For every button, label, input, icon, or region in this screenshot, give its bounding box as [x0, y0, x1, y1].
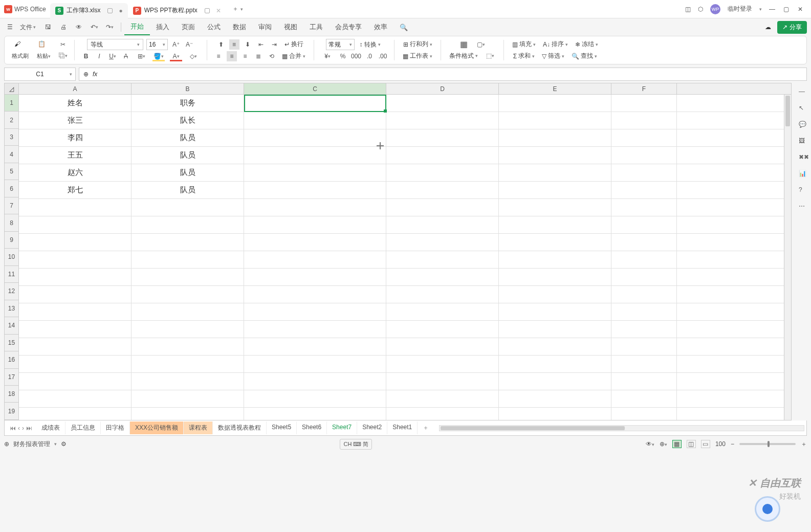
maximize-button[interactable]: ▢: [783, 6, 791, 13]
cut-icon[interactable]: ✂: [58, 39, 68, 50]
cell-C7[interactable]: [244, 199, 386, 216]
cell-D11[interactable]: [386, 269, 499, 285]
tab-review[interactable]: 审阅: [252, 19, 278, 35]
clear-format-icon[interactable]: ◇▾: [186, 51, 201, 61]
target-icon[interactable]: ⊕▾: [660, 440, 667, 448]
add-sheet-button[interactable]: ＋: [419, 422, 433, 434]
horizontal-scrollbar[interactable]: [439, 425, 804, 431]
cell-E5[interactable]: [499, 164, 611, 181]
cell-B14[interactable]: [131, 321, 244, 338]
ime-indicator[interactable]: CH ⌨ 简: [340, 439, 372, 450]
zoom-in-icon[interactable]: ＋: [801, 440, 807, 449]
percent-icon[interactable]: %: [338, 51, 348, 61]
row-header-16[interactable]: 16: [5, 351, 18, 368]
tab-efficiency[interactable]: 效率: [368, 19, 393, 35]
sheet-tab-1[interactable]: 员工信息: [65, 422, 101, 434]
cells-area[interactable]: 姓名职务张三队长李四队员王五队员赵六队员郑七队员: [19, 95, 784, 420]
rail-collapse-icon[interactable]: —: [799, 88, 808, 97]
row-header-17[interactable]: 17: [5, 369, 18, 386]
cell-A19[interactable]: [19, 408, 131, 420]
status-menu-icon[interactable]: ⊕: [4, 440, 9, 448]
cell-B1[interactable]: 职务: [131, 95, 244, 112]
cell-E4[interactable]: [499, 147, 611, 164]
cell-D18[interactable]: [386, 390, 499, 407]
sheet-nav-next[interactable]: ›: [22, 425, 24, 432]
rail-tools-icon[interactable]: ✖✖: [799, 153, 808, 163]
row-header-7[interactable]: 7: [5, 197, 18, 214]
cell-E7[interactable]: [499, 199, 611, 216]
cell-C13[interactable]: [244, 303, 386, 320]
decrease-font-icon[interactable]: A⁻: [184, 39, 194, 50]
doc-tab-1[interactable]: S 工作簿3.xlsx ●: [50, 3, 128, 18]
cube-icon[interactable]: ⬡: [698, 6, 703, 13]
zoom-value[interactable]: 100: [715, 440, 726, 448]
rail-chart-icon[interactable]: 📊: [799, 170, 808, 179]
italic-icon[interactable]: I: [94, 51, 104, 61]
name-box[interactable]: C1▾: [4, 68, 76, 81]
file-menu[interactable]: 文件▾: [17, 21, 39, 34]
cell-B13[interactable]: [131, 303, 244, 320]
filter-button[interactable]: ▽筛选▾: [540, 51, 566, 61]
cell-E11[interactable]: [499, 269, 611, 285]
align-left-icon[interactable]: ≡: [213, 51, 224, 61]
table-style-icon[interactable]: ▦: [456, 39, 471, 50]
cell-C5[interactable]: [244, 164, 386, 181]
align-center-icon[interactable]: ≡: [227, 51, 237, 61]
cell-D2[interactable]: [386, 112, 499, 129]
tab-close-2[interactable]: ✕: [216, 7, 221, 14]
convert-button[interactable]: ↕转换▾: [358, 39, 383, 50]
cell-B4[interactable]: 队员: [131, 147, 244, 164]
close-window-button[interactable]: ✕: [798, 6, 805, 13]
hamburger-icon[interactable]: ☰: [4, 21, 16, 33]
rail-image-icon[interactable]: 🖼: [799, 137, 808, 146]
doc-tab-2[interactable]: P WPS PPT教程.pptx ✕: [128, 3, 226, 18]
cell-F2[interactable]: [611, 112, 677, 129]
cell-D12[interactable]: [386, 286, 499, 303]
cell-D13[interactable]: [386, 303, 499, 320]
cell-A1[interactable]: 姓名: [19, 95, 131, 112]
cell-C4[interactable]: [244, 147, 386, 164]
sort-button[interactable]: A↓排序▾: [541, 39, 570, 50]
row-header-15[interactable]: 15: [5, 335, 18, 351]
cell-A6[interactable]: 郑七: [19, 182, 131, 198]
cell-F16[interactable]: [611, 356, 677, 372]
login-label[interactable]: 临时登录: [728, 5, 752, 13]
cell-A10[interactable]: [19, 251, 131, 268]
cell-A4[interactable]: 王五: [19, 147, 131, 164]
cell-E8[interactable]: [499, 216, 611, 233]
cell-E1[interactable]: [499, 95, 611, 112]
cell-C17[interactable]: [244, 373, 386, 390]
cell-E9[interactable]: [499, 234, 611, 251]
cell-B5[interactable]: 队员: [131, 164, 244, 181]
cell-D17[interactable]: [386, 373, 499, 390]
row-header-6[interactable]: 6: [5, 180, 18, 197]
cell-C1[interactable]: [244, 95, 386, 112]
decrease-indent-icon[interactable]: ⇤: [256, 39, 266, 50]
align-justify-icon[interactable]: ≣: [253, 51, 264, 61]
cell-C18[interactable]: [244, 390, 386, 407]
sheet-tab-3[interactable]: XXX公司销售额: [130, 422, 184, 434]
cell-E16[interactable]: [499, 356, 611, 372]
cloud-icon[interactable]: ☁: [765, 24, 771, 31]
cell-D5[interactable]: [386, 164, 499, 181]
panel-icon[interactable]: ◫: [685, 6, 691, 13]
cell-B3[interactable]: 队员: [131, 129, 244, 146]
cell-A12[interactable]: [19, 286, 131, 303]
tab-home[interactable]: 开始: [124, 19, 150, 35]
fill-button[interactable]: ▥填充▾: [510, 39, 538, 50]
cell-E12[interactable]: [499, 286, 611, 303]
cell-B12[interactable]: [131, 286, 244, 303]
row-header-8[interactable]: 8: [5, 214, 18, 231]
sheet-tab-8[interactable]: Sheet7: [327, 422, 357, 434]
underline-icon[interactable]: U▾: [107, 51, 118, 61]
zoom-slider[interactable]: [739, 443, 796, 445]
cell-F14[interactable]: [611, 321, 677, 338]
tab-data[interactable]: 数据: [227, 19, 252, 35]
increase-decimal-icon[interactable]: .00: [378, 51, 388, 61]
cell-F9[interactable]: [611, 234, 677, 251]
sum-button[interactable]: Σ求和▾: [511, 51, 537, 61]
cell-F10[interactable]: [611, 251, 677, 268]
sheet-nav-prev[interactable]: ‹: [18, 425, 20, 432]
row-header-9[interactable]: 9: [5, 232, 18, 249]
cell-D9[interactable]: [386, 234, 499, 251]
